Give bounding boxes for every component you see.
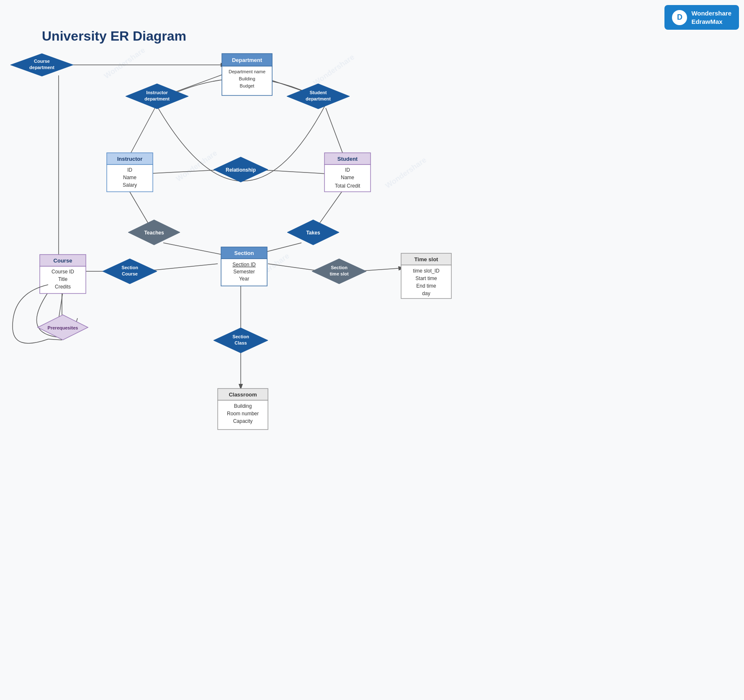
classroom-entity: Classroom Building Room number Capacity: [218, 389, 268, 430]
svg-line-10: [326, 108, 343, 155]
brand-text: Wondershare EdrawMax: [691, 9, 731, 26]
svg-text:Classroom: Classroom: [229, 391, 257, 398]
svg-text:Year: Year: [239, 276, 249, 282]
er-diagram: Wondershare Wondershare Wondershare Wond…: [0, 0, 744, 700]
svg-text:Room number: Room number: [227, 411, 259, 417]
svg-text:Student: Student: [310, 90, 327, 95]
svg-text:department: department: [306, 96, 331, 101]
svg-text:Instructor: Instructor: [117, 156, 143, 162]
time-slot-entity: Time slot time slot_ID Start time End ti…: [401, 253, 451, 299]
student-department-diamond: Student department: [287, 84, 350, 109]
section-class-diamond: Section Class: [214, 328, 268, 353]
svg-text:Wondershare: Wondershare: [312, 53, 356, 87]
svg-text:ID: ID: [127, 167, 132, 173]
svg-text:Start time: Start time: [415, 275, 437, 281]
relationship-diamond: Relationship: [214, 157, 268, 182]
svg-text:Building: Building: [234, 403, 252, 409]
section-timeslot-diamond: Section time slot: [312, 259, 366, 284]
svg-text:department: department: [144, 96, 170, 101]
svg-text:Section: Section: [232, 334, 249, 339]
svg-text:Instructor: Instructor: [146, 90, 168, 95]
svg-text:department: department: [29, 65, 54, 70]
brand-badge: D Wondershare EdrawMax: [664, 5, 739, 30]
svg-text:Course: Course: [122, 271, 138, 276]
svg-text:Salary: Salary: [123, 182, 137, 188]
svg-text:Section: Section: [331, 265, 348, 270]
svg-text:Takes: Takes: [306, 230, 320, 236]
svg-line-9: [130, 108, 155, 155]
svg-text:Class: Class: [234, 340, 247, 345]
svg-text:Course: Course: [34, 59, 50, 64]
svg-text:time slot_ID: time slot_ID: [413, 268, 440, 274]
instructor-entity: Instructor ID Name Salary: [107, 153, 153, 192]
takes-diamond: Takes: [287, 220, 339, 245]
svg-text:Building: Building: [239, 76, 255, 81]
student-entity: Student ID Name Total Credit: [324, 153, 371, 192]
svg-text:Section: Section: [234, 250, 254, 256]
svg-text:Credits: Credits: [55, 284, 71, 290]
svg-text:Teaches: Teaches: [144, 230, 164, 236]
svg-text:Department: Department: [232, 57, 263, 63]
svg-text:Time slot: Time slot: [414, 256, 439, 262]
section-course-diamond: Section Course: [103, 259, 157, 284]
brand-icon: D: [672, 10, 687, 25]
svg-text:Prerequesites: Prerequesites: [48, 325, 78, 330]
svg-text:Section: Section: [121, 265, 138, 270]
svg-text:End time: End time: [416, 283, 436, 289]
svg-text:Student: Student: [337, 156, 358, 162]
instructor-department-diamond: Instructor department: [126, 84, 188, 109]
teaches-diamond: Teaches: [128, 220, 180, 245]
svg-text:Budget: Budget: [240, 83, 255, 88]
svg-text:Course: Course: [54, 257, 72, 264]
course-department-diamond: Course department: [10, 54, 73, 76]
department-entity: Department Department name Building Budg…: [222, 54, 272, 95]
svg-text:Name: Name: [341, 175, 354, 180]
svg-text:Section ID: Section ID: [232, 262, 256, 268]
svg-text:Name: Name: [123, 175, 136, 180]
svg-text:time slot: time slot: [330, 271, 349, 276]
svg-text:Course ID: Course ID: [51, 269, 74, 275]
svg-text:Wondershare: Wondershare: [103, 46, 147, 80]
svg-line-99: [48, 339, 62, 340]
svg-text:Relationship: Relationship: [226, 167, 256, 173]
prerequisites-diamond: Prerequesites: [38, 315, 88, 340]
svg-text:Department name: Department name: [229, 69, 265, 74]
course-entity: Course Course ID Title Credits: [40, 255, 86, 293]
svg-line-15: [163, 243, 222, 255]
svg-text:Title: Title: [58, 276, 68, 282]
svg-text:Wondershare: Wondershare: [175, 149, 219, 183]
svg-text:Total Credit: Total Credit: [335, 183, 360, 189]
svg-text:Semester: Semester: [233, 269, 255, 275]
section-entity: Section Section ID Semester Year: [221, 247, 267, 286]
svg-text:day: day: [422, 291, 430, 296]
svg-text:Capacity: Capacity: [233, 418, 253, 424]
svg-text:Wondershare: Wondershare: [384, 156, 428, 190]
svg-text:ID: ID: [345, 167, 350, 173]
